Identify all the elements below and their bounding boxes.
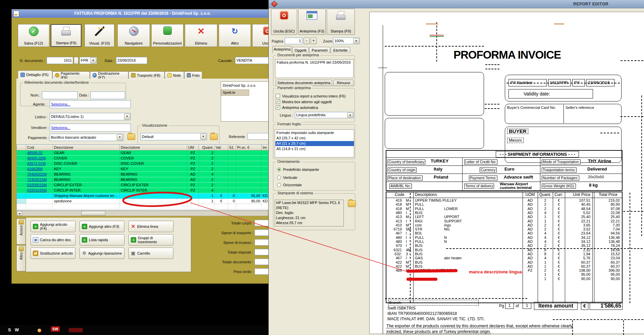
causale-field[interactable]: VENDITA [235, 57, 274, 64]
toolbar-button-personalizzazioni[interactable]: Personalizzazioni [151, 24, 183, 47]
taskbar-red-badge[interactable] [69, 328, 83, 332]
toolbar-button-elimina[interactable]: ✕Elimina [185, 24, 217, 47]
tab-trasporto-f8[interactable]: Trasporto (F8) [128, 71, 165, 79]
rif-data-field[interactable] [91, 91, 125, 99]
pagamento-folder-icon[interactable] [127, 134, 135, 140]
toolbar-button-salva-f12[interactable]: ✓Salva (F12) [18, 24, 49, 47]
table-row[interactable] [17, 204, 273, 209]
aggiungi-riparazione-button[interactable]: ⚙Aggiungi riparazione [79, 248, 124, 259]
scroll-left-icon[interactable]: ◄ [17, 211, 22, 216]
formato-option-a4-21-x-29-7-cm[interactable]: A4 (21 x 29,7 cm) [275, 141, 354, 146]
listino-select[interactable]: DEFAULT(Listino 1) ▼ [50, 113, 131, 120]
row-selector[interactable] [17, 150, 26, 156]
report-toolbar-stampa-f9[interactable]: Stampa (F9) [327, 9, 355, 35]
row-selector[interactable] [17, 193, 26, 199]
tab-pagamento-f6[interactable]: Pagamento (F6) [52, 71, 90, 79]
doc-number-browse-button[interactable] [74, 57, 78, 64]
row-selector[interactable] [17, 199, 26, 204]
row-selector[interactable] [17, 188, 26, 193]
report-toolbar-uscita-esc[interactable]: OUscita (ESC) [271, 9, 297, 35]
row-selector[interactable] [17, 177, 26, 183]
seleziona-documento-button[interactable]: Seleziona documento anteprima [276, 80, 332, 86]
lista-rapida-button[interactable]: +Lista rapida [79, 234, 124, 246]
formato-listbox[interactable]: Formato impostato sulla stampanteA3 (29,… [275, 129, 354, 157]
pagina-field[interactable]: 1 [285, 38, 302, 44]
taskbar-icon-s[interactable]: S [8, 327, 11, 332]
pagamento-select[interactable]: Bonifico bancario anticipato ▼ [50, 134, 123, 141]
row-selector[interactable] [17, 166, 26, 172]
toolbar-button-navigatore[interactable]: Navigatore [117, 24, 150, 47]
report-toolbar-anteprima-f3[interactable]: Anteprima (F3) [298, 9, 326, 35]
grid-article-link[interactable]: 63200015M [26, 183, 53, 188]
tab-destinazione-f7[interactable]: Destinazione (F7) [90, 71, 128, 79]
table-row[interactable]: 63201035MCIRCLIP INTER.CIRCLIP INTER.PZ4 [17, 188, 273, 193]
table-row[interactable]: 43572.01MDISC-COVERDISC-COVERPZ2 [17, 161, 273, 166]
row-selector[interactable] [17, 161, 26, 166]
carica-da-altro-doc-button[interactable]: ▤Carica da altro doc. [31, 234, 75, 246]
documenti-list-item[interactable]: Fattura proforma N. 1611FPR del 23/06/20… [276, 60, 354, 65]
grid-article-link[interactable]: 63201035M [26, 188, 53, 193]
scrollbar-thumb[interactable] [81, 211, 105, 216]
tab-foto[interactable]: Foto [184, 71, 202, 79]
taskbar-icon-w[interactable]: W [15, 327, 19, 332]
chevron-down-icon[interactable]: ▼ [200, 134, 206, 140]
doc-number-field[interactable]: 1611 [47, 57, 73, 64]
tab-dettaglio-f5[interactable]: Dettaglio (F5) [18, 70, 52, 79]
doc-date-field[interactable]: 23/06/2016 [116, 57, 147, 64]
table-row[interactable]: Shipping Warsaw Airport customs ter...1€… [17, 193, 273, 199]
doc-type-select[interactable]: FPR ▼ [79, 57, 97, 64]
formato-option-a3-29-7-x-42-cm[interactable]: A3 (29,7 x 42 cm) [275, 136, 354, 141]
agente-field[interactable]: Seleziona... [50, 100, 131, 108]
aggiungi-altro-f3-button[interactable]: +Aggiungi altro (F3) [79, 221, 124, 232]
table-row[interactable]: 416628MKEYKEYPZ2 [17, 166, 273, 172]
report-editor-titlebar[interactable]: REPORT EDITOR [269, 0, 644, 8]
invoice-window-titlebar[interactable]: FATTURA PROFORMA N. 1611FPR del 23/06/20… [12, 9, 273, 18]
row-selector[interactable] [17, 183, 26, 188]
visualizzazione-select[interactable]: Default ▼ [141, 133, 207, 140]
table-row[interactable]: 46995.02MCOVERCOVERPZ2 [17, 156, 273, 161]
zoom-select[interactable]: 100% ▼ [333, 38, 360, 44]
table-row[interactable]: 63200015MCIRCLIP EXTERCIRCLIP EXTERPZ2 [17, 183, 273, 188]
toolbar-button-visual-f10[interactable]: ✶✶Visual. (F10) [85, 24, 114, 47]
rif-num-field[interactable] [42, 91, 77, 99]
elimina-linea-button[interactable]: ✕Elimina linea [128, 221, 173, 232]
row-selector[interactable] [17, 156, 26, 161]
table-row[interactable]: 70406202MBEARINGBEARINGAD4 [17, 172, 273, 177]
chevron-down-icon[interactable]: ▼ [353, 38, 359, 44]
radio-orizzontale[interactable] [277, 183, 281, 187]
grid-article-link[interactable]: 46995.02M [26, 156, 53, 161]
row-selector[interactable] [17, 172, 26, 177]
grid-article-link[interactable]: 70406202M [26, 172, 53, 177]
grid-article-link[interactable]: 416628M [26, 166, 53, 172]
row-selector[interactable] [17, 204, 26, 209]
grid-article-link[interactable]: 72302015M [26, 177, 53, 183]
table-row[interactable]: 48506.02GEARGEARPZ2 [17, 150, 273, 156]
taskbar-orange-icon[interactable] [38, 329, 41, 332]
grid-horizontal-scrollbar[interactable]: ◄ ► [16, 211, 273, 216]
tab-etichette[interactable]: Etichette [331, 47, 350, 53]
chevron-down-icon[interactable]: ▼ [124, 114, 130, 120]
tab-note[interactable]: Note [165, 71, 184, 79]
formato-option-a5-14-8-x-21-cm[interactable]: A5 (14,8 x 21 cm) [275, 146, 354, 151]
aggiungi-articolo-f4-button[interactable]: +Aggiungi articolo (F4) [31, 221, 75, 232]
chevron-down-icon[interactable]: ▼ [117, 134, 123, 140]
lingua-select[interactable]: Lingua predefinita ▼ [295, 112, 354, 118]
visualizzazione-folder-icon[interactable] [210, 134, 218, 140]
radio-predefinito-stampante[interactable] [277, 168, 281, 172]
documenti-listbox[interactable]: Fattura proforma N. 1611FPR del 23/06/20… [275, 59, 354, 78]
printer-folder-icon[interactable] [348, 200, 356, 207]
gruppi-di-inserimento-button[interactable]: +Gruppi di inserimento [128, 234, 173, 246]
carrello-button[interactable]: ▣Carrello [128, 248, 173, 259]
toolbar-button-altro[interactable]: ↻Altro [219, 24, 251, 47]
radio-verticale[interactable] [277, 176, 281, 180]
page-minus-button[interactable]: - [304, 38, 310, 44]
grid-article-link[interactable]: 48506.02 [26, 150, 53, 156]
tab-anteprima[interactable]: Anteprima [272, 46, 292, 53]
side-tab-azioni[interactable]: Azioni [16, 218, 26, 245]
venditore-field[interactable]: Seleziona... [50, 124, 131, 132]
page-plus-button[interactable]: + [311, 38, 317, 44]
checkbox-mostra-box-attorno-agli-oggetti[interactable]: ✓ [276, 99, 280, 104]
taskbar-icon-sw[interactable]: SW [51, 326, 60, 332]
grid-article-link[interactable]: 43572.01M [26, 161, 53, 166]
table-row[interactable]: spedizione1€090,00KD [17, 199, 273, 204]
